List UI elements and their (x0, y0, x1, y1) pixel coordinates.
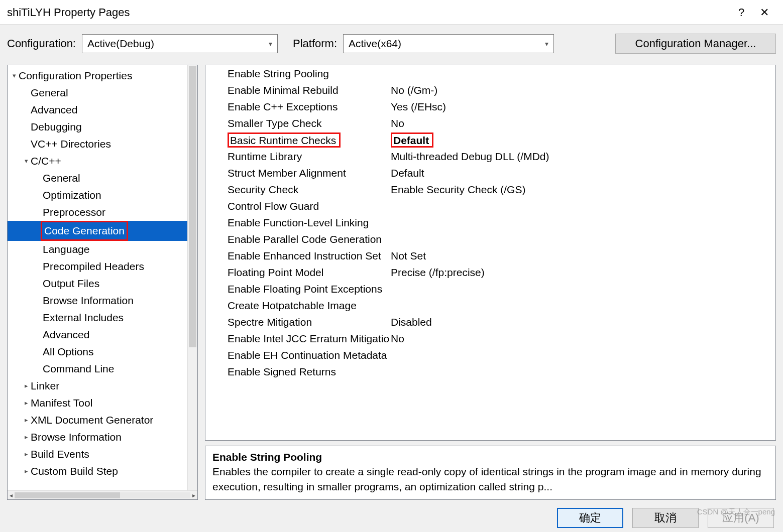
tree-item[interactable]: External Includes (8, 309, 197, 326)
tree-item[interactable]: Advanced (8, 326, 197, 343)
tree-item[interactable]: Advanced (8, 101, 197, 118)
tree-item-label: Linker (31, 377, 59, 394)
platform-combo[interactable]: Active(x64) ▾ (343, 34, 554, 53)
chevron-down-icon: ▾ (269, 40, 272, 48)
tree-horizontal-scrollbar[interactable]: ◂ ▸ (8, 490, 197, 499)
property-name: Floating Point Model (205, 267, 389, 279)
expander-icon[interactable]: ▸ (22, 446, 31, 463)
expander-icon[interactable]: ▸ (22, 412, 31, 429)
property-row[interactable]: Enable Floating Point Exceptions (205, 281, 775, 297)
property-name: Enable C++ Exceptions (205, 101, 389, 113)
property-name: Struct Member Alignment (205, 167, 389, 179)
expander-icon[interactable]: ▸ (22, 377, 31, 394)
property-row[interactable]: Struct Member AlignmentDefault (205, 165, 775, 181)
property-tree[interactable]: ▾Configuration PropertiesGeneralAdvanced… (8, 65, 197, 490)
tree-item[interactable]: ▸Linker (8, 377, 197, 394)
property-row[interactable]: Enable Parallel Code Generation (205, 231, 775, 247)
config-toolbar: Configuration: Active(Debug) ▾ Platform:… (0, 24, 783, 60)
scroll-right-icon[interactable]: ▸ (192, 492, 195, 499)
tree-item-label: Configuration Properties (19, 67, 132, 84)
tree-item[interactable]: ▸Manifest Tool (8, 394, 197, 412)
apply-button[interactable]: 应用(A) (708, 508, 774, 528)
tree-item-label: Optimization (43, 187, 101, 204)
property-row[interactable]: Enable C++ ExceptionsYes (/EHsc) (205, 98, 775, 115)
property-row[interactable]: Enable Minimal RebuildNo (/Gm-) (205, 82, 775, 98)
property-value[interactable]: Not Set (389, 250, 775, 262)
expander-icon[interactable]: ▾ (22, 153, 31, 170)
tree-item[interactable]: Precompiled Headers (8, 258, 197, 275)
property-name: Control Flow Guard (205, 200, 389, 212)
tree-item[interactable]: ▾Configuration Properties (8, 67, 197, 84)
property-name: Enable String Pooling (205, 68, 389, 80)
tree-item[interactable]: ▸Browse Information (8, 429, 197, 446)
tree-item[interactable]: General (8, 170, 197, 187)
tree-item-label: Browse Information (31, 429, 122, 446)
property-value[interactable]: Precise (/fp:precise) (389, 267, 775, 279)
tree-item-label: Browse Information (43, 292, 134, 309)
tree-item[interactable]: All Options (8, 343, 197, 360)
property-name: Security Check (205, 184, 389, 196)
property-name: Enable Minimal Rebuild (205, 84, 389, 96)
tree-item[interactable]: Optimization (8, 187, 197, 204)
tree-item[interactable]: Code Generation (8, 221, 197, 241)
tree-item[interactable]: VC++ Directories (8, 136, 197, 153)
tree-item[interactable]: ▸Build Events (8, 446, 197, 463)
property-row[interactable]: Control Flow Guard (205, 198, 775, 214)
tree-item[interactable]: Language (8, 241, 197, 258)
tree-item-label: Manifest Tool (31, 394, 92, 412)
close-button[interactable]: ✕ (753, 6, 776, 19)
property-row[interactable]: Runtime LibraryMulti-threaded Debug DLL … (205, 148, 775, 165)
tree-item[interactable]: Output Files (8, 275, 197, 292)
property-value[interactable]: Default (389, 167, 775, 179)
property-name: Enable Intel JCC Erratum Mitigation (205, 333, 389, 345)
tree-item-label: General (31, 84, 68, 101)
expander-icon[interactable]: ▸ (22, 394, 31, 412)
tree-item[interactable]: Preprocessor (8, 204, 197, 221)
tree-item-label: Output Files (43, 275, 99, 292)
property-row[interactable]: Spectre MitigationDisabled (205, 314, 775, 330)
tree-item[interactable]: General (8, 84, 197, 101)
tree-item[interactable]: ▾C/C++ (8, 153, 197, 170)
property-value[interactable]: No (389, 333, 775, 345)
tree-item[interactable]: Browse Information (8, 292, 197, 309)
expander-icon[interactable]: ▸ (22, 463, 31, 480)
property-row[interactable]: Enable Enhanced Instruction SetNot Set (205, 247, 775, 264)
property-value[interactable]: Default (389, 132, 775, 148)
property-row[interactable]: Enable Function-Level Linking (205, 214, 775, 231)
help-button[interactable]: ? (730, 6, 753, 19)
property-row[interactable]: Smaller Type CheckNo (205, 115, 775, 131)
configuration-manager-button[interactable]: Configuration Manager... (615, 34, 776, 54)
property-row[interactable]: Enable String Pooling (205, 65, 775, 82)
tree-item-label: Precompiled Headers (43, 258, 144, 275)
property-value[interactable]: No (389, 117, 775, 129)
expander-icon[interactable]: ▸ (22, 429, 31, 446)
cancel-button[interactable]: 取消 (632, 508, 699, 528)
property-name: Runtime Library (205, 151, 389, 163)
scroll-left-icon[interactable]: ◂ (10, 492, 13, 499)
tree-vertical-scrollbar[interactable] (187, 65, 197, 490)
property-row[interactable]: Create Hotpatchable Image (205, 297, 775, 314)
tree-item-label: Advanced (43, 326, 89, 343)
tree-item[interactable]: Debugging (8, 118, 197, 136)
description-body: Enables the compiler to create a single … (212, 464, 768, 494)
property-value[interactable]: Enable Security Check (/GS) (389, 184, 775, 196)
tree-item[interactable]: ▸Custom Build Step (8, 463, 197, 480)
property-value[interactable]: Disabled (389, 316, 775, 328)
property-row[interactable]: Floating Point ModelPrecise (/fp:precise… (205, 264, 775, 281)
tree-item[interactable]: ▸XML Document Generator (8, 412, 197, 429)
property-value[interactable]: Multi-threaded Debug DLL (/MDd) (389, 151, 775, 163)
window-title: shiTiLYH Property Pages (7, 6, 730, 19)
property-row[interactable]: Enable Intel JCC Erratum MitigationNo (205, 330, 775, 347)
expander-icon[interactable]: ▾ (10, 67, 19, 84)
tree-item[interactable]: Command Line (8, 360, 197, 377)
property-row[interactable]: Enable EH Continuation Metadata (205, 347, 775, 363)
property-grid[interactable]: Enable String PoolingEnable Minimal Rebu… (205, 65, 776, 441)
property-row[interactable]: Basic Runtime ChecksDefault (205, 131, 775, 148)
configuration-combo[interactable]: Active(Debug) ▾ (82, 34, 278, 53)
property-value[interactable]: No (/Gm-) (389, 84, 775, 96)
property-value[interactable]: Yes (/EHsc) (389, 101, 775, 113)
tree-item-label: Advanced (31, 101, 77, 118)
property-row[interactable]: Security CheckEnable Security Check (/GS… (205, 181, 775, 198)
property-row[interactable]: Enable Signed Returns (205, 363, 775, 380)
ok-button[interactable]: 确定 (557, 508, 623, 528)
